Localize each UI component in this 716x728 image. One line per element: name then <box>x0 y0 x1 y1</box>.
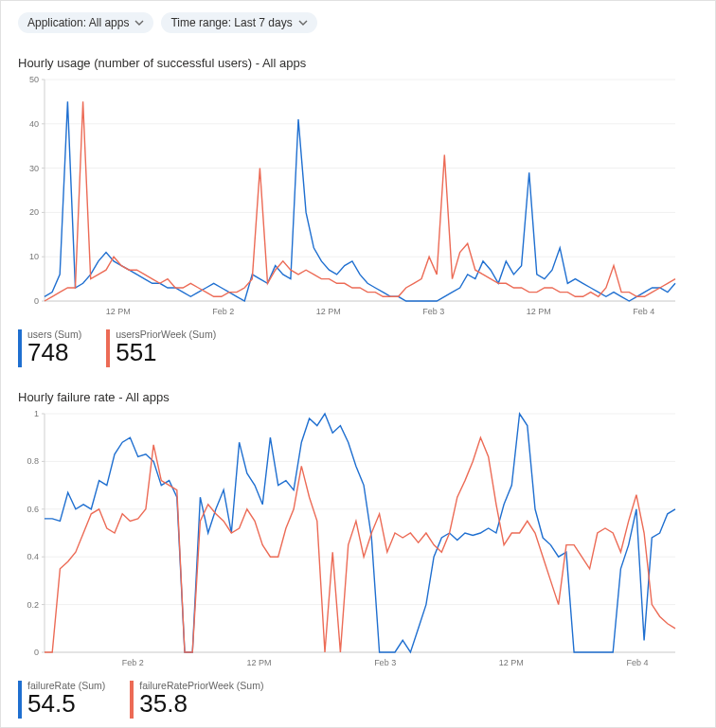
legend-color-bar <box>18 681 22 719</box>
legend-color-bar <box>130 681 134 719</box>
svg-text:Feb 2: Feb 2 <box>122 658 144 667</box>
chart-title: Hourly usage (number of successful users… <box>18 56 698 70</box>
chart-title: Hourly failure rate - All apps <box>18 390 698 404</box>
svg-text:Feb 3: Feb 3 <box>374 658 396 667</box>
filters-bar: Application: All apps Time range: Last 7… <box>18 12 698 33</box>
svg-text:0: 0 <box>34 648 39 657</box>
chart-usage[interactable]: 0102030405012 PMFeb 212 PMFeb 312 PMFeb … <box>18 74 698 320</box>
svg-text:12 PM: 12 PM <box>246 658 271 667</box>
filter-application[interactable]: Application: All apps <box>18 12 153 33</box>
chevron-down-icon <box>134 18 144 27</box>
filter-timerange[interactable]: Time range: Last 7 days <box>161 12 316 33</box>
svg-text:12 PM: 12 PM <box>527 307 551 316</box>
chart-panel-usage: Hourly usage (number of successful users… <box>18 56 698 367</box>
svg-text:12 PM: 12 PM <box>316 307 341 316</box>
filter-timerange-label: Time range: Last 7 days <box>170 16 292 29</box>
svg-text:0.8: 0.8 <box>27 456 39 466</box>
svg-text:50: 50 <box>29 75 39 84</box>
svg-text:30: 30 <box>29 164 39 173</box>
svg-text:12 PM: 12 PM <box>499 658 524 667</box>
legend-item-users-prior[interactable]: usersPriorWeek (Sum) 551 <box>106 329 216 367</box>
chart-failure-legend: failureRate (Sum) 54.5 failureRatePriorW… <box>18 681 698 719</box>
svg-text:Feb 3: Feb 3 <box>422 307 444 316</box>
svg-text:10: 10 <box>29 252 39 261</box>
svg-text:20: 20 <box>29 207 39 217</box>
legend-item-users[interactable]: users (Sum) 748 <box>18 329 81 367</box>
svg-text:0.4: 0.4 <box>27 552 39 561</box>
svg-text:12 PM: 12 PM <box>106 307 131 316</box>
legend-value: 54.5 <box>27 691 105 717</box>
legend-value: 551 <box>116 340 216 365</box>
svg-text:1: 1 <box>34 409 39 418</box>
legend-value: 748 <box>27 340 81 365</box>
legend-value: 35.8 <box>139 691 263 717</box>
chart-usage-legend: users (Sum) 748 usersPriorWeek (Sum) 551 <box>18 329 698 367</box>
legend-item-rate[interactable]: failureRate (Sum) 54.5 <box>18 681 105 719</box>
dashboard-page: Application: All apps Time range: Last 7… <box>0 0 716 728</box>
svg-text:Feb 4: Feb 4 <box>633 307 654 316</box>
svg-text:0: 0 <box>34 296 39 306</box>
chevron-down-icon <box>298 18 308 27</box>
svg-text:Feb 2: Feb 2 <box>212 307 234 316</box>
chart-panel-failure: Hourly failure rate - All apps 00.20.40.… <box>18 390 698 719</box>
chart-failure[interactable]: 00.20.40.60.81Feb 212 PMFeb 312 PMFeb 4 <box>18 408 698 671</box>
svg-text:0.2: 0.2 <box>27 600 39 610</box>
legend-color-bar <box>106 329 110 367</box>
svg-text:40: 40 <box>29 119 39 129</box>
svg-text:0.6: 0.6 <box>27 505 39 514</box>
legend-color-bar <box>18 329 22 367</box>
filter-application-label: Application: All apps <box>27 16 129 29</box>
legend-item-rate-prior[interactable]: failureRatePriorWeek (Sum) 35.8 <box>130 681 263 719</box>
svg-text:Feb 4: Feb 4 <box>627 658 649 667</box>
